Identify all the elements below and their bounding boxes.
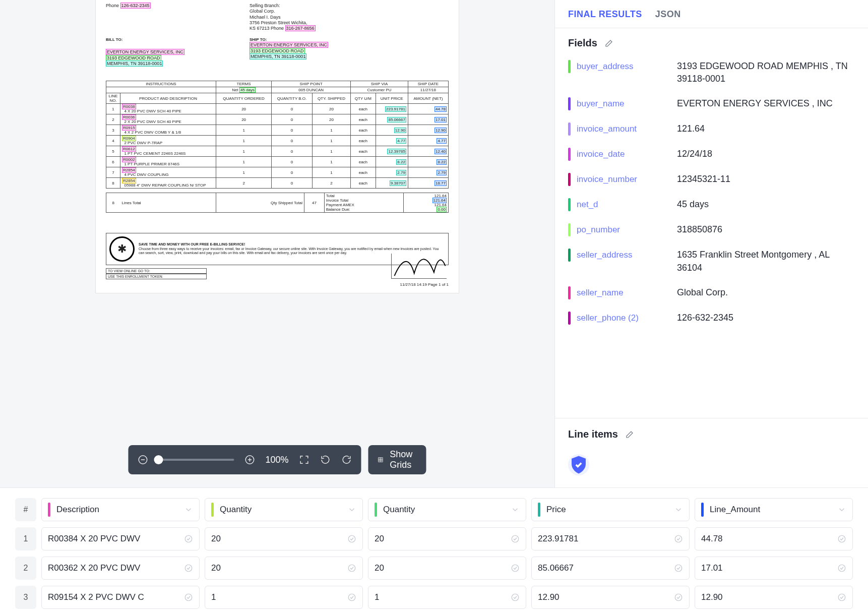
li-cell-value: R09154 X 2 PVC DWV C [48,592,179,602]
field-key: buyer_name [577,99,625,109]
edit-fields-icon[interactable] [604,39,613,48]
li-cell[interactable]: 20 [368,527,526,550]
edit-line-items-icon[interactable] [625,430,634,439]
fields-header: Fields [568,37,597,49]
li-cell-value: 17.01 [701,563,832,573]
col-amt: AMOUNT (NET) [408,93,448,104]
li-cell[interactable]: 1 [368,586,526,609]
field-value: 126-632-2345 [677,312,733,324]
invoice-line-row: 4R0904 2 PVC DWV P-TRAP101each4.774.77 [106,136,449,146]
invoice-line-row: 1R0038 4 X 20 PVC DWV SCH 40 PIPE20020ea… [106,104,449,114]
shipvia-val: Customer PU [351,87,408,93]
zoom-level: 100% [265,455,288,465]
col-price: UNIT PRICE [376,93,408,104]
li-cell[interactable]: R00362 X 20 PVC DWV [41,557,200,580]
check-circle-icon [347,534,356,543]
invoice-line-row: 5R0612 1 PT PVC CEMENT 2246S 2246S101eac… [106,146,449,157]
col-shippoint: SHIP POINT [272,81,351,87]
field-value: 1635 Franklin Street Montgomery , AL 361… [677,249,855,274]
bill-to-addr2: MEMPHIS, TN 39118-0001 [106,60,163,67]
fullscreen-icon[interactable] [299,454,310,465]
col-qord: QUANTITY ORDERED [216,93,272,104]
check-circle-icon [184,534,193,543]
bal-val: 0.00 [437,207,447,212]
field-row[interactable]: invoice_number12345321-11 [568,167,855,192]
show-grids-button[interactable]: Show Grids [368,445,426,474]
li-column-header[interactable]: Description [41,498,200,521]
grid-icon [378,454,384,465]
field-row[interactable]: buyer_nameEVERTON ENERGY SERVICES , INC [568,91,855,116]
svg-point-11 [675,565,682,572]
svg-point-3 [185,535,192,542]
svg-point-17 [838,594,845,601]
col-terms: TERMS [216,81,272,87]
field-row[interactable]: seller_phone (2)126-632-2345 [568,305,855,331]
li-cell[interactable]: 223.91781 [531,527,690,550]
enroll-l1: TO VIEW ONLINE GO TO: [106,268,207,274]
chevron-down-icon [184,505,193,514]
li-cell[interactable]: R09154 X 2 PVC DWV C [41,586,200,609]
col-qship: QTY. SHIPPED [312,93,350,104]
zoom-out-icon[interactable] [137,454,148,465]
chevron-down-icon [674,505,683,514]
svg-point-9 [348,565,355,572]
field-row[interactable]: po_number318850876 [568,217,855,242]
field-key: seller_address [577,250,633,260]
field-row[interactable]: invoice_date12/24/18 [568,142,855,167]
result-tabs: FINAL RESULTS JSON [555,4,868,28]
li-cell[interactable]: 12.90 [695,586,853,609]
li-column-header[interactable]: Quantity [205,498,363,521]
svg-point-14 [348,594,355,601]
field-row[interactable]: seller_address1635 Franklin Street Montg… [568,242,855,280]
li-cell-value: R00362 X 20 PVC DWV [48,563,179,573]
li-cell[interactable]: 17.01 [695,557,853,580]
ship-to-addr2: MEMPHIS, TN 39118-0001 [250,53,306,59]
li-cell[interactable]: 20 [205,557,363,580]
branch-phone: 316-267-8656 [285,25,316,31]
li-cell[interactable]: 20 [205,527,363,550]
li-cell[interactable]: 85.06667 [531,557,690,580]
li-cell[interactable]: R00384 X 20 PVC DWV [41,527,200,550]
field-key: invoice_date [577,149,625,159]
li-cell-value: 223.91781 [538,534,669,544]
li-cell[interactable]: 12.90 [531,586,690,609]
li-cell-value: 20 [375,534,506,544]
tab-final-results[interactable]: FINAL RESULTS [568,9,642,20]
check-circle-icon [837,564,846,573]
check-circle-icon [837,534,846,543]
field-key: po_number [577,225,620,235]
svg-rect-2 [379,458,383,462]
field-key: net_d [577,200,598,210]
lines-count: 8 [106,193,120,213]
rotate-left-icon[interactable] [320,454,331,465]
li-cell-value: 20 [211,563,342,573]
verified-badge-icon[interactable] [568,454,589,475]
li-cell[interactable]: 44.78 [695,527,853,550]
field-row[interactable]: buyer_address3193 EDGEWOOD ROAD MEMPHIS … [568,54,855,91]
tab-json[interactable]: JSON [655,9,681,20]
ship-to-addr1: 3193 EDGEWOOD ROAD [250,48,305,54]
li-column-header[interactable]: Line_Amount [695,498,853,521]
field-key: seller_phone (2) [577,313,639,323]
field-row[interactable]: seller_nameGlobal Corp. [568,280,855,305]
li-cell[interactable]: 1 [205,586,363,609]
field-row[interactable]: invoice_amount121.64 [568,116,855,142]
branch-title: Selling Branch: [250,3,350,9]
check-circle-icon [511,534,520,543]
li-column-header[interactable]: Price [531,498,690,521]
svg-point-15 [512,594,519,601]
svg-point-13 [185,594,192,601]
zoom-in-icon[interactable] [244,454,255,465]
col-qbo: QUANTITY B.O. [272,93,313,104]
li-column-header[interactable]: Quantity [368,498,526,521]
li-column-label: Quantity [220,505,342,515]
rotate-right-icon[interactable] [341,454,352,465]
check-circle-icon [511,593,520,602]
lines-label: Lines Total [120,193,216,213]
li-cell[interactable]: 20 [368,557,526,580]
zoom-slider[interactable] [158,459,234,461]
document-page: Phone 126-632-2345 Selling Branch: Globa… [96,0,459,293]
save-money-seal-icon: ✱ [109,236,135,262]
field-row[interactable]: net_d45 days [568,192,855,217]
check-circle-icon [674,593,683,602]
